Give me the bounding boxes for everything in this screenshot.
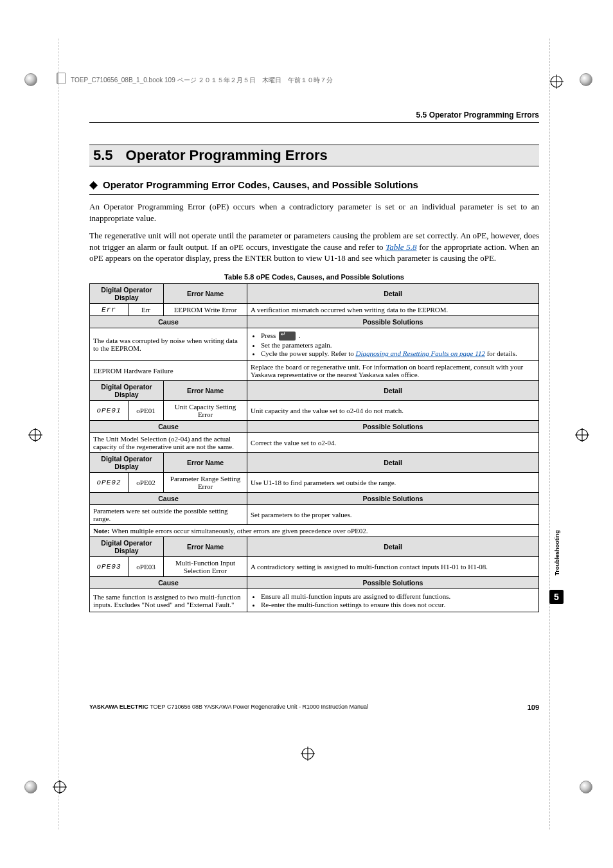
diamond-bullet-icon: ◆ xyxy=(89,178,98,191)
solution-err-hw: Replace the board or regenerative unit. … xyxy=(247,361,539,381)
crop-ball-br xyxy=(580,781,592,793)
th-error-name-2: Error Name xyxy=(164,381,247,401)
enter-key-icon xyxy=(279,332,296,341)
footer-left: YASKAWA ELECTRIC TOEP C710656 08B YASKAW… xyxy=(89,704,368,711)
disp-txt-err: Err xyxy=(129,303,164,315)
section-number: 5.5 xyxy=(93,147,113,163)
errname-err: EEPROM Write Error xyxy=(164,303,247,315)
errname-ope01: Unit Capacity Setting Error xyxy=(164,401,247,421)
th-error-name-4: Error Name xyxy=(164,537,247,557)
disp-txt-ope03: oPE03 xyxy=(129,557,164,577)
th-display-3: Digital Operator Display xyxy=(90,453,164,473)
disp-seg-err: Err xyxy=(90,303,129,315)
section-title: Operator Programming Errors xyxy=(126,147,328,163)
solution-ope03: Ensure all multi-function inputs are ass… xyxy=(247,589,539,612)
th-cause-4: Cause xyxy=(90,577,247,589)
crop-ball-bl xyxy=(24,781,37,793)
disp-txt-ope01: oPE01 xyxy=(129,401,164,421)
th-solutions-2: Possible Solutions xyxy=(247,421,539,433)
registration-mark-right xyxy=(575,428,589,442)
th-solutions-4: Possible Solutions xyxy=(247,577,539,589)
note-ope02: Note: When multiple errors occur simulta… xyxy=(90,525,539,537)
detail-err: A verification mismatch occurred when wr… xyxy=(247,303,539,315)
cause-ope01: The Unit Model Selection (o2-04) and the… xyxy=(90,433,247,453)
disp-txt-ope02: oPE02 xyxy=(129,473,164,493)
cause-err-noise: The data was corrupted by noise when wri… xyxy=(90,328,247,360)
table-ref-link[interactable]: Table 5.8 xyxy=(386,242,416,252)
book-spine-icon xyxy=(57,73,66,84)
table-caption: Table 5.8 oPE Codes, Causes, and Possibl… xyxy=(89,273,539,281)
errname-ope02: Parameter Range Setting Error xyxy=(164,473,247,493)
sol-set-params: Set the parameters again. xyxy=(261,341,535,349)
th-cause-1: Cause xyxy=(90,315,247,328)
th-detail-4: Detail xyxy=(247,537,539,557)
cause-err-hw: EEPROM Hardware Failure xyxy=(90,361,247,381)
diagnosing-link[interactable]: Diagnosing and Resetting Faults on page … xyxy=(355,350,484,357)
th-detail: Detail xyxy=(247,283,539,303)
errname-ope03: Multi-Function Input Selection Error xyxy=(164,557,247,577)
registration-mark-left xyxy=(28,428,42,442)
sol-ope03-a: Ensure all multi-function inputs are ass… xyxy=(261,592,535,600)
th-detail-2: Detail xyxy=(247,381,539,401)
intro-paragraph-2: The regenerative unit will not operate u… xyxy=(89,230,539,264)
detail-ope03: A contradictory setting is assigned to m… xyxy=(247,557,539,577)
solution-ope01: Correct the value set to o2-04. xyxy=(247,433,539,453)
sol-ope03-b: Re-enter the multi-function settings to … xyxy=(261,601,535,608)
chapter-tab-number: 5 xyxy=(549,590,564,604)
th-display-4: Digital Operator Display xyxy=(90,537,164,557)
solution-err-noise: Press . Set the parameters again. Cycle … xyxy=(247,328,539,360)
page-content: 5.5 Operator Programming Errors 5.5 Oper… xyxy=(89,122,539,612)
book-header: TOEP_C710656_08B_1_0.book 109 ページ ２０１５年２… xyxy=(71,76,333,85)
trim-guide-left xyxy=(58,39,58,829)
page-footer: YASKAWA ELECTRIC TOEP C710656 08B YASKAW… xyxy=(89,704,539,711)
registration-mark-bottom xyxy=(301,747,315,761)
disp-seg-ope01: oPE01 xyxy=(90,401,129,421)
th-error-name-3: Error Name xyxy=(164,453,247,473)
detail-ope02: Use U1-18 to find parameters set outside… xyxy=(247,473,539,493)
subsection-row: ◆ Operator Programming Error Codes, Caus… xyxy=(89,178,539,195)
crop-ball-tl xyxy=(24,73,37,86)
registration-mark-tr xyxy=(549,75,564,89)
th-cause-2: Cause xyxy=(90,421,247,433)
cause-ope03: The same function is assigned to two mul… xyxy=(90,589,247,612)
th-display: Digital Operator Display xyxy=(90,283,164,303)
running-header: 5.5 Operator Programming Errors xyxy=(416,111,539,120)
crop-ball-tr xyxy=(580,73,592,86)
th-solutions-3: Possible Solutions xyxy=(247,493,539,505)
disp-seg-ope02: oPE02 xyxy=(90,473,129,493)
detail-ope01: Unit capacity and the value set to o2-04… xyxy=(247,401,539,421)
solution-ope02: Set parameters to the proper values. xyxy=(247,505,539,525)
th-cause-3: Cause xyxy=(90,493,247,505)
subsection-title: Operator Programming Error Codes, Causes… xyxy=(103,179,418,190)
ope-table: Digital Operator Display Error Name Deta… xyxy=(89,283,539,612)
sol-cycle-power: Cycle the power supply. Refer to Diagnos… xyxy=(261,350,535,357)
disp-seg-ope03: oPE03 xyxy=(90,557,129,577)
section-title-bar: 5.5 Operator Programming Errors xyxy=(89,145,539,166)
header-divider xyxy=(89,122,539,123)
th-solutions-1: Possible Solutions xyxy=(247,315,539,328)
trim-guide-right xyxy=(549,39,550,829)
sol-press-enter: Press . xyxy=(261,332,535,341)
intro-paragraph-1: An Operator Programming Error (oPE) occu… xyxy=(89,201,539,224)
th-error-name: Error Name xyxy=(164,283,247,303)
cause-ope02: Parameters were set outside the possible… xyxy=(90,505,247,525)
registration-mark-bl xyxy=(53,780,67,794)
footer-page-number: 109 xyxy=(528,704,539,711)
th-display-2: Digital Operator Display xyxy=(90,381,164,401)
chapter-tab-label: Troubleshooting xyxy=(554,530,560,576)
th-detail-3: Detail xyxy=(247,453,539,473)
